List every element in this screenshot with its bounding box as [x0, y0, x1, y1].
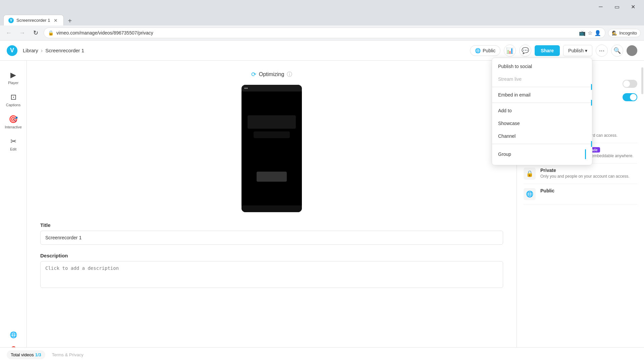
user-avatar[interactable] [627, 45, 637, 56]
interactive-icon: 🎯 [9, 115, 18, 124]
share-button[interactable]: Share [535, 45, 560, 56]
search-button[interactable]: 🔍 [611, 45, 623, 57]
private-icon: 🔒 [524, 168, 536, 180]
tab-close-button[interactable]: ✕ [53, 17, 59, 23]
title-label: Title [40, 222, 503, 228]
minimize-button[interactable]: ─ [593, 1, 608, 12]
description-label: Description [40, 253, 503, 258]
active-tab[interactable]: V Screenrecorder 1 ✕ [3, 15, 64, 25]
more-icon: ··· [599, 47, 605, 54]
publish-to-social-item[interactable]: Publish to social [492, 60, 592, 73]
close-button[interactable]: ✕ [625, 1, 641, 12]
incognito-icon: 🕵 [612, 31, 617, 36]
address-bar[interactable]: 🔒 vimeo.com/manage/videos/896735507/priv… [44, 27, 605, 38]
more-options-button[interactable]: ··· [596, 45, 608, 57]
optimizing-label: Optimizing [259, 71, 284, 77]
comment-button[interactable]: 💬 [519, 45, 531, 57]
breadcrumb: Library › Screenrecorder 1 [23, 48, 84, 54]
allow-toggle[interactable] [623, 80, 637, 88]
scrollbar-thumb[interactable] [641, 67, 643, 94]
optimizing-header: ⟳ Optimizing ⓘ [40, 71, 503, 78]
public-text: Public [540, 188, 637, 193]
sidebar-item-captions[interactable]: ⊡ Captions [2, 89, 25, 110]
publish-container: Publish ▾ Publish to social Stream live … [563, 45, 592, 56]
breadcrumb-library[interactable]: Library [23, 48, 38, 53]
video-body [241, 92, 302, 205]
tab-favicon: V [8, 18, 14, 23]
bookmark-icon[interactable]: ☆ [588, 30, 592, 36]
header-actions: 🌐 Public 📊 💬 Share Publish ▾ Publish to … [470, 45, 637, 57]
publish-to-social-label: Publish to social [498, 64, 532, 69]
window-controls: ─ ▭ ✕ [593, 1, 641, 12]
toolbar-right: 🕵 Incognito [608, 29, 641, 37]
total-videos-badge: Total videos 1/3 [7, 350, 45, 359]
breadcrumb-current: Screenrecorder 1 [45, 48, 84, 53]
public-option: 🌐 Public [524, 184, 637, 204]
public-label: Public [483, 48, 495, 53]
maximize-button[interactable]: ▭ [609, 1, 625, 12]
private-text: Private Only you and people on your acco… [540, 168, 637, 179]
group-item[interactable]: Group [492, 145, 592, 163]
sidebar-item-edit[interactable]: ✂ Edit [2, 134, 25, 155]
sidebar-item-player[interactable]: ▶ Player [2, 67, 25, 88]
publish-chevron-icon: ▾ [585, 48, 587, 53]
showcase-label: Showcase [498, 121, 520, 126]
browser-toolbar: ← → ↻ 🔒 vimeo.com/manage/videos/89673550… [0, 25, 644, 40]
publish-dropdown: Publish to social Stream live Embed in e… [492, 58, 592, 165]
bottom-bar: Total videos 1/3 Terms & Privacy [0, 347, 644, 362]
video-blur-3 [257, 172, 287, 182]
total-videos-label: Total videos [11, 352, 34, 357]
publish-label: Publish [568, 48, 584, 53]
description-textarea[interactable] [40, 261, 503, 288]
vimeo-logo[interactable]: V [7, 45, 17, 56]
tab-title: Screenrecorder 1 [16, 18, 50, 23]
stream-live-item: Stream live [492, 73, 592, 85]
analytics-button[interactable]: 📊 [504, 45, 516, 57]
people-toggle[interactable] [623, 93, 637, 101]
private-option: 🔒 Private Only you and people on your ac… [524, 164, 637, 184]
forward-button[interactable]: → [17, 27, 28, 38]
stream-live-label: Stream live [498, 76, 522, 82]
add-to-item[interactable]: Add to [492, 104, 592, 117]
sidebar-player-label: Player [8, 81, 18, 85]
globe-icon: 🌐 [475, 48, 481, 53]
lock-icon: 🔒 [48, 30, 54, 36]
sidebar-edit-label: Edit [10, 147, 16, 151]
public-button[interactable]: 🌐 Public [470, 45, 500, 56]
video-blur-2 [254, 131, 290, 138]
app-header: V Library › Screenrecorder 1 🌐 Public 📊 … [0, 41, 644, 61]
info-icon[interactable]: ⓘ [287, 71, 292, 78]
sidebar-item-interactive[interactable]: 🎯 Interactive [2, 112, 25, 132]
search-icon: 🔍 [613, 47, 621, 54]
terms-link[interactable]: Terms & Privacy [52, 352, 84, 357]
showcase-item[interactable]: Showcase [492, 117, 592, 130]
app-container: V Library › Screenrecorder 1 🌐 Public 📊 … [0, 41, 644, 362]
allow-toggle-knob [623, 80, 630, 87]
private-desc: Only you and people on your account can … [540, 174, 637, 179]
sidebar-interactive-label: Interactive [5, 125, 22, 129]
title-input[interactable] [40, 231, 503, 245]
new-tab-button[interactable]: + [65, 16, 74, 25]
embed-in-email-item[interactable]: Embed in email [492, 88, 592, 101]
browser-tabbar: V Screenrecorder 1 ✕ + [0, 13, 644, 25]
cast-icon[interactable]: 📺 [579, 30, 586, 36]
edit-icon: ✂ [10, 137, 16, 146]
profile-icon[interactable]: 👤 [594, 30, 601, 36]
sidebar-captions-label: Captions [6, 103, 20, 107]
analytics-icon: 📊 [506, 47, 514, 54]
public-title: Public [540, 188, 637, 193]
refresh-button[interactable]: ↻ [30, 27, 41, 38]
url-text: vimeo.com/manage/videos/896735507/privac… [56, 30, 576, 36]
publish-button[interactable]: Publish ▾ [563, 45, 592, 56]
description-section: Description [40, 253, 503, 289]
sidebar-globe-button[interactable]: 🌐 [7, 329, 19, 341]
video-blur-1 [248, 115, 296, 129]
captions-icon: ⊡ [10, 93, 16, 102]
comment-icon: 💬 [522, 47, 529, 54]
content-area: ⟳ Optimizing ⓘ ●● Title [27, 61, 517, 362]
address-bar-icons: 📺 ☆ 👤 [579, 30, 601, 36]
sidebar-globe-icon: 🌐 [10, 331, 17, 339]
back-button[interactable]: ← [3, 27, 14, 38]
channel-item[interactable]: Channel [492, 130, 592, 142]
incognito-chip[interactable]: 🕵 Incognito [608, 29, 641, 37]
